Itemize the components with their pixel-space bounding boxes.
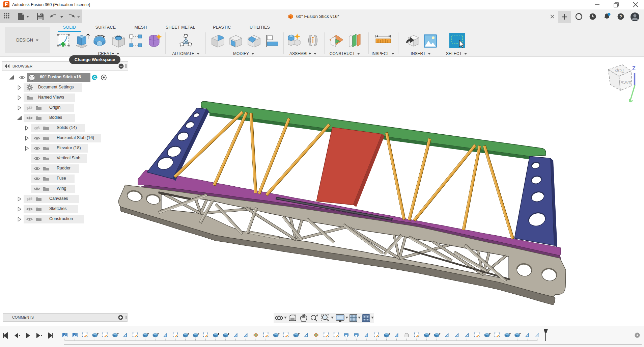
svg-text:BACK: BACK: [620, 80, 632, 85]
svg-text:Z: Z: [632, 65, 636, 71]
